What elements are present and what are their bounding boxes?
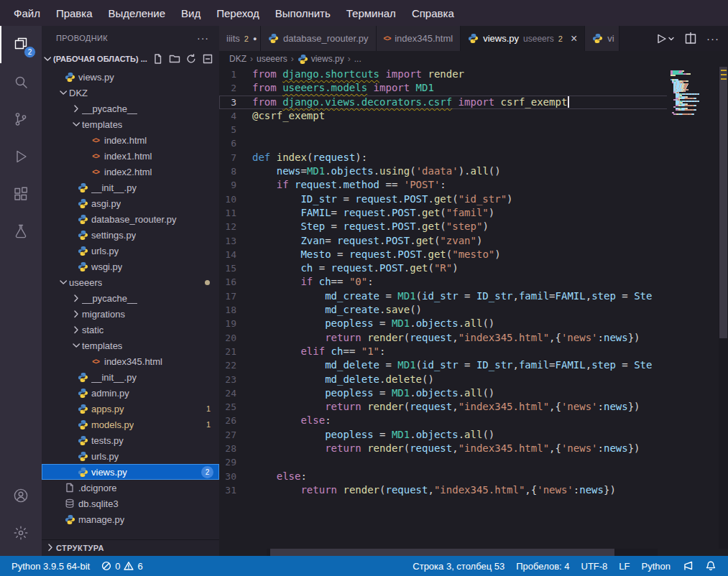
new-file-icon[interactable] bbox=[152, 53, 164, 65]
file-asgi.py[interactable]: asgi.py bbox=[42, 195, 219, 211]
code-line-9[interactable]: 9 if request.method == 'POST': bbox=[219, 178, 719, 192]
code-line-11[interactable]: 11 FAMIL= request.POST.get("famil") bbox=[219, 206, 719, 220]
collapse-all-icon[interactable] bbox=[202, 53, 213, 65]
code-line-17[interactable]: 17 md_create = MD1(id_str = ID_str,famil… bbox=[219, 289, 719, 303]
source-control-button[interactable] bbox=[0, 101, 42, 138]
file-settings.py[interactable]: settings.py bbox=[42, 227, 219, 243]
code-line-14[interactable]: 14 Mesto = request.POST.get("mesto") bbox=[219, 248, 719, 261]
folder-static[interactable]: static bbox=[42, 322, 219, 338]
file-apps.py[interactable]: apps.py1 bbox=[42, 401, 219, 417]
tab-database_roouter.py[interactable]: database_roouter.py bbox=[261, 26, 377, 51]
code-line-22[interactable]: 22 md_delete = MD1(id_str = ID_str,famil… bbox=[219, 358, 719, 372]
file-urls.py[interactable]: urls.py bbox=[42, 448, 219, 464]
extensions-button[interactable] bbox=[0, 175, 42, 213]
code-line-24[interactable]: 24 peopless = MD1.objects.all() bbox=[219, 386, 719, 400]
file-database_roouter.py[interactable]: database_roouter.py bbox=[42, 211, 219, 227]
workspace-section-header[interactable]: (РАБОЧАЯ ОБЛАСТЬ) ... bbox=[42, 50, 219, 67]
file-manage.py[interactable]: manage.py bbox=[42, 511, 219, 527]
code-line-25[interactable]: 25 return render(request,"index345.html"… bbox=[219, 400, 719, 414]
file-index2.html[interactable]: <>index2.html bbox=[42, 164, 219, 180]
explorer-button[interactable]: 2 bbox=[0, 26, 42, 63]
folder-__pycache__[interactable]: __pycache__ bbox=[42, 101, 219, 116]
menu-переход[interactable]: Переход bbox=[208, 7, 267, 19]
tab-vi[interactable]: vi bbox=[585, 26, 619, 51]
code-line-18[interactable]: 18 md_create.save() bbox=[219, 303, 719, 317]
breadcrumb-item-DKZ[interactable]: DKZ bbox=[229, 54, 246, 64]
folder-templates[interactable]: templates bbox=[42, 338, 219, 353]
code-line-23[interactable]: 23 md_delete.delete() bbox=[219, 373, 719, 386]
file-__init__.py[interactable]: __init__.py bbox=[42, 180, 219, 195]
menu-вид[interactable]: Вид bbox=[173, 7, 208, 19]
code-line-1[interactable]: 1from django.shortcuts import render bbox=[219, 68, 719, 81]
file-index.html[interactable]: <>index.html bbox=[42, 132, 219, 148]
vertical-scrollbar-thumb[interactable] bbox=[719, 67, 727, 338]
code-line-4[interactable]: 4@csrf_exempt bbox=[219, 109, 719, 123]
tab-iiits[interactable]: iiits2● bbox=[219, 26, 261, 51]
file-wsgi.py[interactable]: wsgi.py bbox=[42, 259, 219, 274]
file-admin.py[interactable]: admin.py bbox=[42, 385, 219, 401]
code-line-6[interactable]: 6 bbox=[219, 136, 719, 150]
run-debug-button[interactable] bbox=[0, 138, 42, 175]
status-python-interpreter[interactable]: Python 3.9.5 64-bit bbox=[6, 556, 96, 576]
testing-button[interactable] bbox=[0, 213, 42, 250]
code-line-7[interactable]: 7def index(request): bbox=[219, 151, 719, 164]
file-index345.html[interactable]: <>index345.html bbox=[42, 353, 219, 369]
file-.dcignore[interactable]: .dcignore bbox=[42, 480, 219, 496]
split-editor-button[interactable] bbox=[684, 32, 697, 45]
file-__init__.py[interactable]: __init__.py bbox=[42, 369, 219, 385]
search-button[interactable] bbox=[0, 63, 42, 101]
file-views.py[interactable]: views.py bbox=[42, 69, 219, 85]
code-lines[interactable]: 1from django.shortcuts import render2fro… bbox=[219, 67, 719, 549]
horizontal-scrollbar-thumb[interactable] bbox=[270, 549, 614, 556]
code-line-10[interactable]: 10 ID_str = request.POST.get("id_str") bbox=[219, 192, 719, 206]
folder-DKZ[interactable]: DKZ bbox=[42, 85, 219, 101]
settings-button[interactable] bbox=[0, 514, 42, 552]
refresh-icon[interactable] bbox=[185, 53, 197, 65]
file-index1.html[interactable]: <>index1.html bbox=[42, 148, 219, 164]
sidebar-more-actions-button[interactable]: ··· bbox=[197, 32, 209, 44]
menu-выполнить[interactable]: Выполнить bbox=[267, 7, 338, 19]
status-language-mode[interactable]: Python bbox=[636, 556, 676, 576]
horizontal-scrollbar[interactable] bbox=[267, 549, 658, 556]
menu-файл[interactable]: Файл bbox=[6, 7, 48, 19]
outline-section-header[interactable]: СТРУКТУРА bbox=[42, 539, 219, 556]
code-line-28[interactable]: 28 return render(request,"index345.html"… bbox=[219, 442, 719, 455]
code-line-16[interactable]: 16 if ch== "0": bbox=[219, 275, 719, 289]
file-tests.py[interactable]: tests.py bbox=[42, 432, 219, 448]
folder-migrations[interactable]: migrations bbox=[42, 306, 219, 322]
code-line-3[interactable]: 3from django.views.decorators.csrf impor… bbox=[219, 96, 719, 109]
menu-правка[interactable]: Правка bbox=[48, 7, 101, 19]
code-line-8[interactable]: 8 news=MD1.objects.using('daata').all() bbox=[219, 164, 719, 178]
code-line-26[interactable]: 26 else: bbox=[219, 414, 719, 427]
file-views.py[interactable]: views.py2 bbox=[42, 464, 219, 480]
code-line-20[interactable]: 20 return render(request,"index345.html"… bbox=[219, 331, 719, 345]
code-line-31[interactable]: 31 return render(request,"index345.html"… bbox=[219, 483, 719, 497]
folder-__pycache__[interactable]: __pycache__ bbox=[42, 290, 219, 306]
folder-templates[interactable]: templates bbox=[42, 116, 219, 132]
status-eol[interactable]: LF bbox=[613, 556, 635, 576]
code-line-15[interactable]: 15 ch = request.POST.get("R") bbox=[219, 261, 719, 275]
code-line-5[interactable]: 5 bbox=[219, 123, 719, 136]
minimap[interactable] bbox=[667, 67, 719, 549]
folder-useeers[interactable]: useeers bbox=[42, 274, 219, 290]
code-line-29[interactable]: 29 bbox=[219, 455, 719, 469]
tab-index345.html[interactable]: <>index345.html bbox=[377, 26, 461, 51]
status-notifications[interactable] bbox=[699, 556, 722, 576]
status-encoding[interactable]: UTF-8 bbox=[576, 556, 614, 576]
menu-справка[interactable]: Справка bbox=[404, 7, 462, 19]
tab-views.py[interactable]: views.pyuseeers2× bbox=[461, 26, 585, 51]
code-line-19[interactable]: 19 peopless = MD1.objects.all() bbox=[219, 317, 719, 330]
file-db.sqlite3[interactable]: db.sqlite3 bbox=[42, 496, 219, 511]
file-models.py[interactable]: models.py1 bbox=[42, 417, 219, 432]
status-cursor-position[interactable]: Строка 3, столбец 53 bbox=[407, 556, 510, 576]
breadcrumb-item-...[interactable]: ... bbox=[354, 54, 361, 64]
new-folder-icon[interactable] bbox=[169, 53, 180, 65]
breadcrumb-item-useeers[interactable]: useeers bbox=[257, 54, 287, 64]
code-line-21[interactable]: 21 elif ch== "1": bbox=[219, 345, 719, 358]
vertical-scrollbar[interactable] bbox=[719, 67, 728, 549]
breadcrumb-item-views.py[interactable]: views.py bbox=[298, 54, 344, 65]
status-problems[interactable]: 06 bbox=[96, 556, 148, 576]
run-python-file-button[interactable] bbox=[655, 32, 675, 45]
code-line-30[interactable]: 30 else: bbox=[219, 470, 719, 483]
file-urls.py[interactable]: urls.py bbox=[42, 243, 219, 259]
